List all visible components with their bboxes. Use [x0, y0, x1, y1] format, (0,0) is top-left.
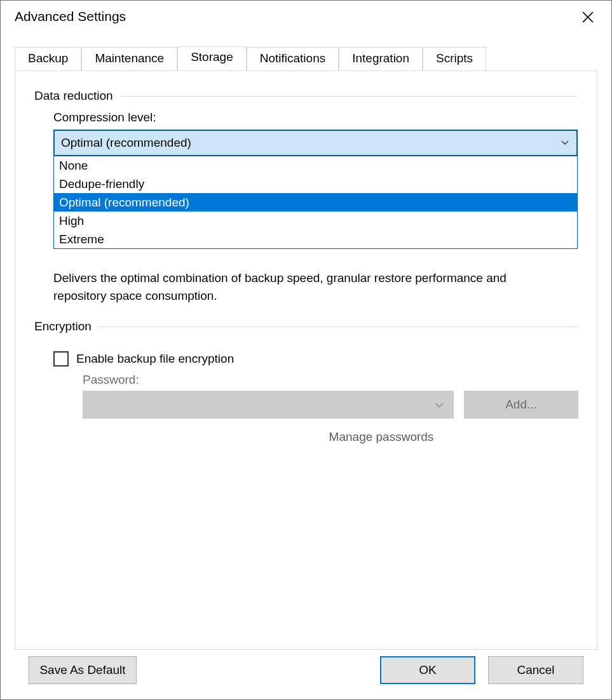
compression-option-extreme[interactable]: Extreme: [54, 230, 577, 248]
manage-passwords-link[interactable]: Manage passwords: [329, 430, 434, 444]
compression-level-label: Compression level:: [53, 111, 578, 125]
password-select[interactable]: [83, 391, 454, 419]
password-label: Password:: [83, 373, 578, 387]
title-bar: Advanced Settings: [1, 1, 611, 32]
close-icon: [582, 11, 594, 26]
compression-level-dropdown: None Dedupe-friendly Optimal (recommende…: [53, 156, 578, 249]
group-data-reduction: Data reduction: [34, 89, 578, 103]
tab-integration[interactable]: Integration: [339, 47, 423, 71]
save-as-default-button[interactable]: Save As Default: [29, 656, 137, 684]
chevron-down-icon: [435, 398, 444, 412]
enable-encryption-checkbox[interactable]: [53, 351, 69, 367]
tab-backup[interactable]: Backup: [15, 47, 81, 71]
tab-notifications[interactable]: Notifications: [247, 47, 339, 71]
compression-option-none[interactable]: None: [54, 156, 577, 175]
close-button[interactable]: [573, 7, 602, 30]
dialog-window: Advanced Settings Backup Maintenance Sto…: [0, 0, 612, 700]
compression-level-value: Optimal (recommended): [61, 136, 191, 150]
tab-scripts[interactable]: Scripts: [423, 47, 486, 71]
compression-option-dedupe-friendly[interactable]: Dedupe-friendly: [54, 175, 577, 193]
compression-option-optimal[interactable]: Optimal (recommended): [54, 193, 577, 212]
add-password-button[interactable]: Add...: [464, 391, 578, 419]
group-label-encryption: Encryption: [34, 320, 92, 333]
compression-description: Delivers the optimal combination of back…: [53, 269, 536, 304]
tab-panel-storage: Data reduction Compression level: Optima…: [15, 71, 597, 650]
enable-encryption-label: Enable backup file encryption: [76, 352, 234, 366]
cancel-button[interactable]: Cancel: [488, 656, 583, 684]
chevron-down-icon: [560, 138, 570, 148]
compression-option-high[interactable]: High: [54, 212, 577, 230]
tab-maintenance[interactable]: Maintenance: [81, 47, 177, 71]
compression-level-select[interactable]: Optimal (recommended): [53, 130, 578, 156]
window-title: Advanced Settings: [15, 7, 126, 25]
tab-storage[interactable]: Storage: [177, 46, 247, 71]
divider: [98, 326, 578, 327]
ok-button[interactable]: OK: [380, 656, 475, 684]
divider: [119, 96, 578, 97]
tab-strip: Backup Maintenance Storage Notifications…: [15, 46, 597, 71]
dialog-footer: Save As Default OK Cancel: [15, 656, 597, 699]
group-label-data-reduction: Data reduction: [34, 89, 113, 103]
group-encryption: Encryption: [34, 320, 578, 333]
